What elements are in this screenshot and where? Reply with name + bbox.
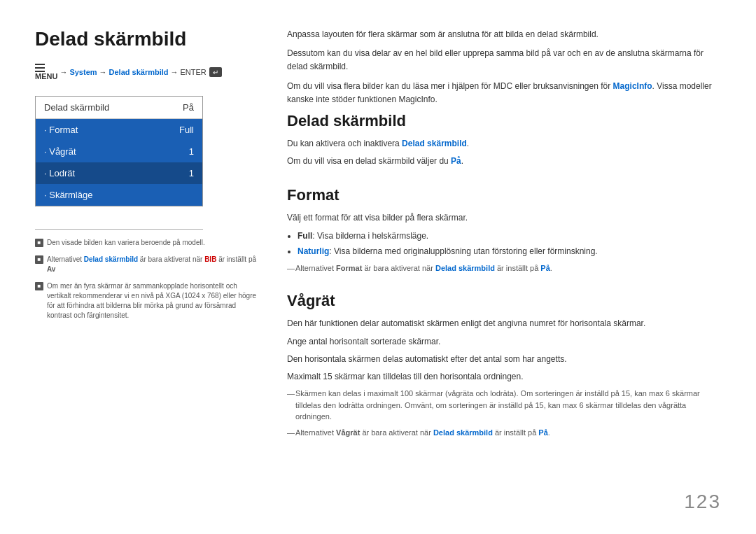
footnote2-bold: Delad skärmbild — [84, 255, 138, 263]
vagrat-footnote-2: Alternativet Vågrät är bara aktiverat nä… — [287, 427, 721, 439]
section-body-delad: Du kan aktivera och inaktivera Delad skä… — [287, 137, 721, 172]
delad-bold-1: Delad skärmbild — [402, 139, 467, 148]
format-para-1: Välj ett format för att visa bilder på f… — [287, 211, 721, 225]
menu-item-lodrat[interactable]: · Lodrät 1 — [36, 162, 202, 184]
vagrat-para-2: Ange antal horisontalt sorterade skärmar… — [287, 335, 721, 349]
vagrat-para-1: Den här funktionen delar automatiskt skä… — [287, 317, 721, 330]
enter-label: ENTER — [181, 68, 206, 76]
menu-path: MENU → System → Delad skärmbild → ENTER — [35, 63, 259, 80]
format-bullet-naturlig: Naturlig: Visa bilderna med originaluppl… — [298, 245, 721, 258]
menu-item-skarmläge[interactable]: · Skärmläge — [36, 184, 202, 206]
format-footnote: Alternativet Format är bara aktiverat nä… — [287, 262, 721, 274]
vagrat-footnote-1: Skärmen kan delas i maximalt 100 skärmar… — [287, 388, 721, 423]
delad-para-1: Du kan aktivera och inaktivera Delad skä… — [287, 137, 721, 150]
left-title: Delad skärmbild — [35, 28, 259, 50]
intro-line-3: Om du vill visa flera bilder kan du läsa… — [287, 80, 721, 106]
intro-line-2: Dessutom kan du visa delar av en hel bil… — [287, 47, 721, 73]
menu-header: Delad skärmbild På — [36, 97, 202, 119]
section-body-vagrat: Den här funktionen delar automatiskt skä… — [287, 317, 721, 442]
menu-box: Delad skärmbild På · Format Full · Vågrä… — [35, 96, 203, 206]
menu-item-vagrat[interactable]: · Vågrät 1 — [36, 141, 202, 162]
right-column: Anpassa layouten för flera skärmar som ä… — [287, 28, 721, 506]
menu-icon — [35, 64, 57, 72]
vagrat-para-4: Maximalt 15 skärmar kan tilldelas till d… — [287, 370, 721, 384]
section-title-format: Format — [287, 186, 721, 204]
section-title-vagrat: Vågrät — [287, 292, 721, 310]
footnote2-bib: BIB — [204, 255, 216, 263]
delad-pa-link: På — [451, 156, 461, 166]
menu-item-format[interactable]: · Format Full — [36, 119, 202, 141]
footnote-icon-1: ■ — [35, 239, 43, 247]
left-column: Delad skärmbild MENU → System → Delad sk… — [35, 28, 259, 506]
menu-icon-lines — [35, 64, 57, 72]
footnotes: ■ Den visade bilden kan variera beroende… — [35, 238, 259, 321]
footnote-1: ■ Den visade bilden kan variera beroende… — [35, 238, 259, 248]
intro-line-1: Anpassa layouten för flera skärmar som ä… — [287, 28, 721, 41]
footnote-2: ■ Alternativet Delad skärmbild är bara a… — [35, 255, 259, 274]
delad-para-2: Om du vill visa en delad skärmbild välje… — [287, 155, 721, 168]
format-list: Full: Visa bilderna i helskärmsläge. Nat… — [298, 230, 721, 258]
format-bullet-full: Full: Visa bilderna i helskärmsläge. — [298, 230, 721, 243]
enter-key-icon — [209, 67, 222, 77]
section-title-delad: Delad skärmbild — [287, 112, 721, 130]
menu-label: MENU — [35, 63, 57, 80]
footnote-icon-2: ■ — [35, 255, 43, 264]
footnote-icon-3: ■ — [35, 282, 43, 290]
footnote-3: ■ Om mer än fyra skärmar är sammankoppla… — [35, 281, 259, 321]
magicinfo-link: MagicInfo — [613, 81, 652, 91]
page-container: Delad skärmbild MENU → System → Delad sk… — [0, 0, 756, 534]
divider — [35, 229, 203, 230]
vagrat-para-3: Den horisontala skärmen delas automatisk… — [287, 353, 721, 366]
page-number: 123 — [684, 491, 721, 513]
section-body-format: Välj ett format för att visa bilder på f… — [287, 211, 721, 278]
